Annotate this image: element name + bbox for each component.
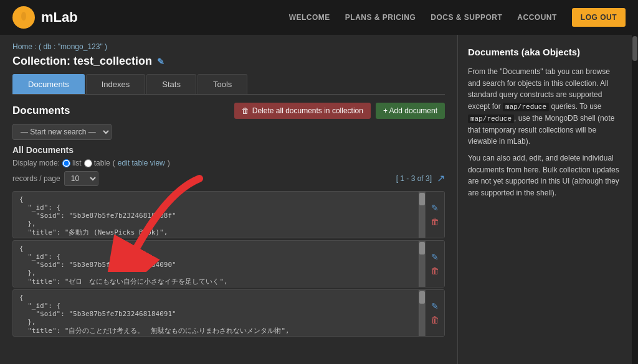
svg-rect-2 xyxy=(22,21,25,24)
scrollbar-thumb xyxy=(632,36,637,61)
search-bar: — Start new search — xyxy=(12,124,445,140)
document-list: { "_id": { "$oid": "5b3e87b5fe7b23246818… xyxy=(12,191,445,337)
breadcrumb-colon: : xyxy=(54,42,58,51)
document-content: { "_id": { "$oid": "5b3e87b5fe7b23246818… xyxy=(13,290,419,336)
radio-table[interactable] xyxy=(84,159,92,167)
right-panel: Documents (aka Objects) From the "Docume… xyxy=(457,35,632,364)
delete-document-icon[interactable]: 🗑 xyxy=(431,266,439,276)
breadcrumb-sep2: ) xyxy=(105,42,107,51)
nav-plans[interactable]: PLANS & PRICING xyxy=(345,13,416,22)
display-mode-row: Display mode: list table ( edit table vi… xyxy=(12,159,445,167)
document-actions: ✎ 🗑 xyxy=(425,290,444,336)
breadcrumb-sep1: : ( xyxy=(34,42,41,51)
scroll-thumb xyxy=(419,242,425,254)
left-panel: Home : ( db : "mongo_123" ) Collection: … xyxy=(0,35,457,364)
radio-list-label: list xyxy=(72,159,82,167)
document-actions: ✎ 🗑 xyxy=(425,241,444,287)
right-panel-title: Documents (aka Objects) xyxy=(468,45,622,60)
edit-table-parens-close: ) xyxy=(168,159,170,167)
tab-stats[interactable]: Stats xyxy=(146,74,196,94)
document-text: { "_id": { "$oid": "5b3e87b5fe7b23246818… xyxy=(19,245,412,287)
records-label: records / page xyxy=(12,174,60,183)
right-panel-para2: You can also add, edit, and delete indiv… xyxy=(468,152,622,198)
right-panel-para1: From the "Documents" tab you can browse … xyxy=(468,66,622,147)
edit-table-link[interactable]: edit table view xyxy=(118,159,165,167)
action-buttons: 🗑 Delete all documents in collection + A… xyxy=(234,103,445,119)
tab-documents[interactable]: Documents xyxy=(12,74,85,94)
collection-title-text: Collection: test_collection xyxy=(12,55,152,68)
top-navigation: mLab WELCOME PLANS & PRICING DOCS & SUPP… xyxy=(0,0,638,35)
all-documents-header: All Documents xyxy=(12,145,445,155)
radio-table-group: table xyxy=(84,159,110,167)
doc-scrollbar[interactable] xyxy=(419,290,425,336)
delete-all-button[interactable]: 🗑 Delete all documents in collection xyxy=(234,103,371,119)
document-row: { "_id": { "$oid": "5b3e87b5fe7b23246818… xyxy=(12,289,445,337)
edit-document-icon[interactable]: ✎ xyxy=(431,203,439,213)
page-scrollbar[interactable] xyxy=(632,35,638,364)
tab-tools[interactable]: Tools xyxy=(198,74,247,94)
scroll-thumb xyxy=(419,193,425,205)
records-controls: records / page 10 25 50 100 xyxy=(12,171,98,186)
logout-button[interactable]: LOG OUT xyxy=(572,8,626,27)
nav-account[interactable]: ACCOUNT xyxy=(517,13,557,22)
tab-bar: Documents Indexes Stats Tools xyxy=(12,74,445,95)
logo-text: mLab xyxy=(41,9,78,26)
edit-document-icon[interactable]: ✎ xyxy=(431,252,439,262)
document-content: { "_id": { "$oid": "5b3e87b5fe7b23246818… xyxy=(13,192,419,238)
document-row: { "_id": { "$oid": "5b3e87b5fe7b23246818… xyxy=(12,240,445,287)
breadcrumb-home[interactable]: Home xyxy=(12,42,32,51)
scroll-thumb xyxy=(419,291,425,304)
breadcrumb-db: db xyxy=(43,42,51,51)
svg-point-1 xyxy=(21,12,26,21)
logo-icon xyxy=(12,6,35,29)
collection-edit-icon[interactable]: ✎ xyxy=(157,57,164,67)
section-title: Documents xyxy=(12,105,70,117)
code-mapreduce2: map/reduce xyxy=(468,114,514,123)
breadcrumb-dbname[interactable]: "mongo_123" xyxy=(58,42,103,51)
logo-area: mLab xyxy=(12,6,78,29)
doc-scrollbar[interactable] xyxy=(419,192,425,238)
section-header: Documents 🗑 Delete all documents in coll… xyxy=(12,103,445,119)
edit-table-parens-open: ( xyxy=(113,159,115,167)
radio-table-label: table xyxy=(94,159,110,167)
edit-document-icon[interactable]: ✎ xyxy=(431,301,439,311)
nav-docs[interactable]: DOCS & SUPPORT xyxy=(431,13,502,22)
nav-links: WELCOME PLANS & PRICING DOCS & SUPPORT A… xyxy=(289,8,626,27)
records-per-page-select[interactable]: 10 25 50 100 xyxy=(64,171,98,186)
tab-indexes[interactable]: Indexes xyxy=(86,74,146,94)
main-content: Home : ( db : "mongo_123" ) Collection: … xyxy=(0,35,638,364)
search-select[interactable]: — Start new search — xyxy=(12,124,112,140)
trash-icon: 🗑 xyxy=(242,106,249,115)
document-row: { "_id": { "$oid": "5b3e87b5fe7b23246818… xyxy=(12,191,445,238)
delete-document-icon[interactable]: 🗑 xyxy=(431,217,439,226)
pagination-info: [ 1 - 3 of 3] xyxy=(396,174,432,183)
radio-list-group: list xyxy=(62,159,82,167)
document-text: { "_id": { "$oid": "5b3e87b5fe7b23246818… xyxy=(19,294,412,336)
document-content: { "_id": { "$oid": "5b3e87b5fe7b23246818… xyxy=(13,241,419,287)
nav-welcome[interactable]: WELCOME xyxy=(289,13,330,22)
document-actions: ✎ 🗑 xyxy=(425,192,444,238)
display-mode-label: Display mode: xyxy=(12,159,60,167)
add-document-button[interactable]: + Add document xyxy=(376,103,445,119)
collection-title-area: Collection: test_collection ✎ xyxy=(12,55,445,68)
export-icon[interactable]: ↗ xyxy=(437,172,445,184)
radio-list[interactable] xyxy=(62,159,70,167)
doc-scrollbar[interactable] xyxy=(419,241,425,287)
delete-document-icon[interactable]: 🗑 xyxy=(431,315,439,325)
records-page-row: records / page 10 25 50 100 [ 1 - 3 of 3… xyxy=(12,171,445,186)
code-mapreduce1: map/reduce xyxy=(503,103,549,111)
breadcrumb: Home : ( db : "mongo_123" ) xyxy=(12,42,445,51)
document-text: { "_id": { "$oid": "5b3e87b5fe7b23246818… xyxy=(19,195,412,238)
